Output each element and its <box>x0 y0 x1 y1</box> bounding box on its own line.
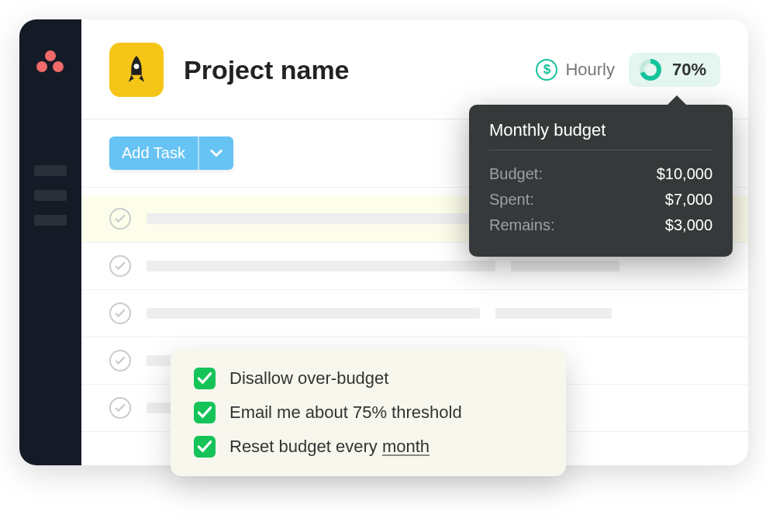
popover-value: $3,000 <box>665 216 713 234</box>
add-task-button[interactable]: Add Task <box>109 136 198 170</box>
setting-period-link[interactable]: month <box>382 437 430 456</box>
progress-ring-icon <box>640 59 661 81</box>
popover-row-budget: Budget: $10,000 <box>489 161 713 187</box>
checkbox-checked-icon[interactable] <box>194 402 216 423</box>
checkbox-checked-icon[interactable] <box>194 436 216 458</box>
setting-reset-budget[interactable]: Reset budget every month <box>194 436 543 458</box>
check-circle-icon[interactable] <box>109 397 131 419</box>
svg-point-0 <box>134 64 140 69</box>
sidebar-item[interactable] <box>34 215 67 226</box>
popover-row-remains: Remains: $3,000 <box>489 212 713 238</box>
setting-label: Disallow over-budget <box>229 368 388 389</box>
check-circle-icon[interactable] <box>109 302 131 324</box>
popover-title: Monthly budget <box>489 120 713 150</box>
popover-row-spent: Spent: $7,000 <box>489 187 713 212</box>
project-title[interactable]: Project name <box>184 55 350 85</box>
add-task-dropdown-button[interactable] <box>198 136 233 170</box>
check-circle-icon[interactable] <box>109 255 131 277</box>
check-circle-icon[interactable] <box>109 208 131 230</box>
budget-popover: Monthly budget Budget: $10,000 Spent: $7… <box>469 105 733 257</box>
budget-settings-card: Disallow over-budget Email me about 75% … <box>171 349 566 476</box>
billing-type[interactable]: $ Hourly <box>536 59 615 81</box>
popover-value: $10,000 <box>657 165 713 183</box>
task-meta-placeholder <box>511 261 619 271</box>
popover-value: $7,000 <box>665 191 713 209</box>
checkbox-checked-icon[interactable] <box>194 368 216 389</box>
add-task-button-group: Add Task <box>109 136 233 170</box>
chevron-down-icon <box>210 150 223 157</box>
project-icon[interactable] <box>109 43 164 97</box>
sidebar-item[interactable] <box>34 165 67 176</box>
task-title-placeholder <box>147 213 472 224</box>
popover-label: Spent: <box>489 191 534 209</box>
popover-label: Remains: <box>489 216 554 234</box>
check-circle-icon[interactable] <box>109 350 131 371</box>
sidebar-item[interactable] <box>34 190 67 201</box>
task-row[interactable] <box>81 290 748 337</box>
setting-label: Reset budget every month <box>229 437 430 457</box>
billing-type-label: Hourly <box>565 60 615 80</box>
popover-label: Budget: <box>489 165 543 183</box>
setting-label: Email me about 75% threshold <box>229 402 462 423</box>
setting-email-threshold[interactable]: Email me about 75% threshold <box>194 402 543 423</box>
setting-label-prefix: Reset budget every <box>229 437 382 456</box>
budget-progress-pill[interactable]: 70% <box>629 53 720 87</box>
progress-percent: 70% <box>672 60 706 80</box>
task-title-placeholder <box>147 308 480 319</box>
sidebar-nav <box>34 165 67 226</box>
task-meta-placeholder <box>495 308 612 319</box>
app-logo-icon <box>36 50 65 72</box>
task-title-placeholder <box>147 261 495 271</box>
rocket-icon <box>126 56 147 84</box>
dollar-icon: $ <box>536 59 557 81</box>
sidebar <box>19 19 81 465</box>
setting-disallow-overbudget[interactable]: Disallow over-budget <box>194 368 543 389</box>
